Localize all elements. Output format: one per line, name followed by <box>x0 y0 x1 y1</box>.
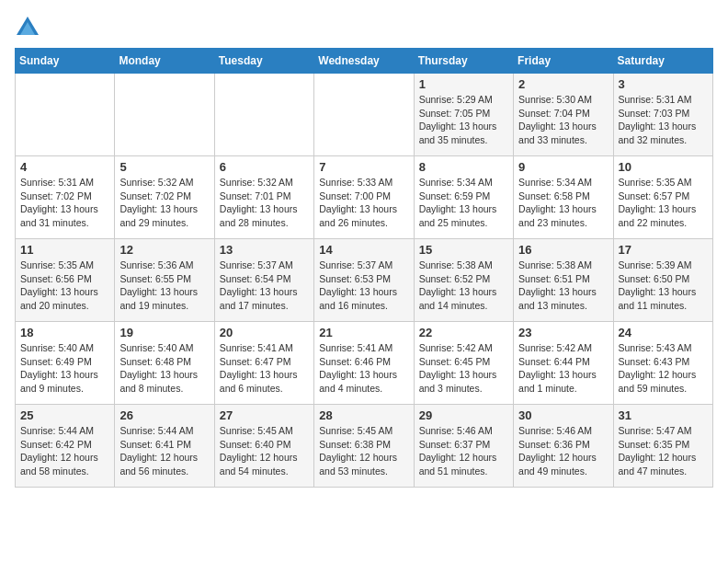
calendar-cell: 14Sunrise: 5:37 AM Sunset: 6:53 PM Dayli… <box>314 239 414 322</box>
day-info: Sunrise: 5:35 AM Sunset: 6:57 PM Dayligh… <box>619 176 708 230</box>
logo-icon <box>15 15 40 40</box>
day-info: Sunrise: 5:30 AM Sunset: 7:04 PM Dayligh… <box>518 93 608 147</box>
day-info: Sunrise: 5:46 AM Sunset: 6:37 PM Dayligh… <box>419 424 508 478</box>
calendar-cell: 24Sunrise: 5:43 AM Sunset: 6:43 PM Dayli… <box>613 322 712 405</box>
day-info: Sunrise: 5:31 AM Sunset: 7:03 PM Dayligh… <box>619 93 708 147</box>
day-info: Sunrise: 5:40 AM Sunset: 6:49 PM Dayligh… <box>20 341 109 396</box>
weekday-header-tuesday: Tuesday <box>214 49 313 74</box>
calendar-cell: 26Sunrise: 5:44 AM Sunset: 6:41 PM Dayli… <box>115 405 214 488</box>
day-number: 21 <box>319 326 408 339</box>
day-number: 17 <box>619 243 708 257</box>
calendar-cell: 22Sunrise: 5:42 AM Sunset: 6:45 PM Dayli… <box>414 322 513 405</box>
day-number: 20 <box>220 326 309 339</box>
calendar-cell: 30Sunrise: 5:46 AM Sunset: 6:36 PM Dayli… <box>514 405 613 488</box>
calendar-cell: 21Sunrise: 5:41 AM Sunset: 6:46 PM Dayli… <box>314 322 414 405</box>
calendar-cell: 9Sunrise: 5:34 AM Sunset: 6:58 PM Daylig… <box>514 156 613 239</box>
day-number: 24 <box>619 326 708 339</box>
day-info: Sunrise: 5:34 AM Sunset: 6:58 PM Dayligh… <box>518 176 608 230</box>
day-number: 1 <box>419 77 508 91</box>
day-number: 23 <box>518 326 608 339</box>
weekday-header-sunday: Sunday <box>16 49 115 74</box>
day-number: 27 <box>220 408 309 422</box>
day-info: Sunrise: 5:39 AM Sunset: 6:50 PM Dayligh… <box>619 259 708 313</box>
day-info: Sunrise: 5:33 AM Sunset: 7:00 PM Dayligh… <box>319 176 408 230</box>
day-number: 14 <box>319 243 408 257</box>
day-number: 25 <box>20 408 109 422</box>
day-info: Sunrise: 5:42 AM Sunset: 6:44 PM Dayligh… <box>518 341 608 396</box>
calendar-cell: 6Sunrise: 5:32 AM Sunset: 7:01 PM Daylig… <box>214 156 313 239</box>
day-number: 19 <box>119 326 209 339</box>
calendar-cell: 18Sunrise: 5:40 AM Sunset: 6:49 PM Dayli… <box>16 322 115 405</box>
calendar-cell: 29Sunrise: 5:46 AM Sunset: 6:37 PM Dayli… <box>414 405 513 488</box>
day-number: 11 <box>20 243 109 257</box>
day-number: 4 <box>20 160 109 174</box>
day-info: Sunrise: 5:45 AM Sunset: 6:38 PM Dayligh… <box>319 424 408 478</box>
day-number: 2 <box>518 77 608 91</box>
calendar-week-3: 11Sunrise: 5:35 AM Sunset: 6:56 PM Dayli… <box>16 239 713 322</box>
calendar-cell: 31Sunrise: 5:47 AM Sunset: 6:35 PM Dayli… <box>613 405 712 488</box>
calendar-cell: 20Sunrise: 5:41 AM Sunset: 6:47 PM Dayli… <box>214 322 313 405</box>
day-info: Sunrise: 5:45 AM Sunset: 6:40 PM Dayligh… <box>220 424 309 478</box>
day-number: 7 <box>319 160 408 174</box>
calendar-cell: 8Sunrise: 5:34 AM Sunset: 6:59 PM Daylig… <box>414 156 513 239</box>
day-info: Sunrise: 5:44 AM Sunset: 6:41 PM Dayligh… <box>119 424 209 478</box>
calendar-week-1: 1Sunrise: 5:29 AM Sunset: 7:05 PM Daylig… <box>16 74 713 156</box>
day-number: 30 <box>518 408 608 422</box>
day-info: Sunrise: 5:36 AM Sunset: 6:55 PM Dayligh… <box>119 259 209 313</box>
calendar-cell <box>314 74 414 156</box>
calendar-week-2: 4Sunrise: 5:31 AM Sunset: 7:02 PM Daylig… <box>16 156 713 239</box>
calendar-cell: 25Sunrise: 5:44 AM Sunset: 6:42 PM Dayli… <box>16 405 115 488</box>
calendar-cell: 23Sunrise: 5:42 AM Sunset: 6:44 PM Dayli… <box>514 322 613 405</box>
day-info: Sunrise: 5:44 AM Sunset: 6:42 PM Dayligh… <box>20 424 109 478</box>
weekday-header-saturday: Saturday <box>613 49 712 74</box>
day-number: 31 <box>619 408 708 422</box>
calendar-cell: 13Sunrise: 5:37 AM Sunset: 6:54 PM Dayli… <box>214 239 313 322</box>
calendar-table: SundayMondayTuesdayWednesdayThursdayFrid… <box>15 48 713 488</box>
weekday-header-monday: Monday <box>115 49 214 74</box>
day-info: Sunrise: 5:31 AM Sunset: 7:02 PM Dayligh… <box>20 176 109 230</box>
day-info: Sunrise: 5:46 AM Sunset: 6:36 PM Dayligh… <box>518 424 608 478</box>
day-number: 5 <box>119 160 209 174</box>
day-info: Sunrise: 5:41 AM Sunset: 6:47 PM Dayligh… <box>220 341 309 396</box>
day-info: Sunrise: 5:29 AM Sunset: 7:05 PM Dayligh… <box>419 93 508 147</box>
calendar-cell: 2Sunrise: 5:30 AM Sunset: 7:04 PM Daylig… <box>514 74 613 156</box>
calendar-cell: 15Sunrise: 5:38 AM Sunset: 6:52 PM Dayli… <box>414 239 513 322</box>
day-number: 13 <box>220 243 309 257</box>
day-number: 26 <box>119 408 209 422</box>
calendar-week-5: 25Sunrise: 5:44 AM Sunset: 6:42 PM Dayli… <box>16 405 713 488</box>
page-header <box>15 15 713 40</box>
day-number: 15 <box>419 243 508 257</box>
calendar-cell: 7Sunrise: 5:33 AM Sunset: 7:00 PM Daylig… <box>314 156 414 239</box>
calendar-week-4: 18Sunrise: 5:40 AM Sunset: 6:49 PM Dayli… <box>16 322 713 405</box>
day-info: Sunrise: 5:41 AM Sunset: 6:46 PM Dayligh… <box>319 341 408 396</box>
day-number: 22 <box>419 326 508 339</box>
calendar-cell: 12Sunrise: 5:36 AM Sunset: 6:55 PM Dayli… <box>115 239 214 322</box>
calendar-cell <box>214 74 313 156</box>
day-info: Sunrise: 5:32 AM Sunset: 7:02 PM Dayligh… <box>119 176 209 230</box>
calendar-cell: 10Sunrise: 5:35 AM Sunset: 6:57 PM Dayli… <box>613 156 712 239</box>
day-info: Sunrise: 5:38 AM Sunset: 6:51 PM Dayligh… <box>518 259 608 313</box>
calendar-cell: 19Sunrise: 5:40 AM Sunset: 6:48 PM Dayli… <box>115 322 214 405</box>
day-number: 12 <box>119 243 209 257</box>
day-number: 29 <box>419 408 508 422</box>
weekday-header-wednesday: Wednesday <box>314 49 414 74</box>
day-info: Sunrise: 5:40 AM Sunset: 6:48 PM Dayligh… <box>119 341 209 396</box>
day-number: 8 <box>419 160 508 174</box>
day-info: Sunrise: 5:37 AM Sunset: 6:54 PM Dayligh… <box>220 259 309 313</box>
day-info: Sunrise: 5:37 AM Sunset: 6:53 PM Dayligh… <box>319 259 408 313</box>
logo <box>15 15 44 40</box>
calendar-cell: 27Sunrise: 5:45 AM Sunset: 6:40 PM Dayli… <box>214 405 313 488</box>
day-info: Sunrise: 5:32 AM Sunset: 7:01 PM Dayligh… <box>220 176 309 230</box>
day-number: 28 <box>319 408 408 422</box>
calendar-header: SundayMondayTuesdayWednesdayThursdayFrid… <box>16 49 713 74</box>
calendar-cell: 1Sunrise: 5:29 AM Sunset: 7:05 PM Daylig… <box>414 74 513 156</box>
weekday-header-friday: Friday <box>514 49 613 74</box>
day-number: 3 <box>619 77 708 91</box>
calendar-cell: 5Sunrise: 5:32 AM Sunset: 7:02 PM Daylig… <box>115 156 214 239</box>
day-info: Sunrise: 5:47 AM Sunset: 6:35 PM Dayligh… <box>619 424 708 478</box>
calendar-cell: 17Sunrise: 5:39 AM Sunset: 6:50 PM Dayli… <box>613 239 712 322</box>
weekday-header-thursday: Thursday <box>414 49 513 74</box>
day-info: Sunrise: 5:42 AM Sunset: 6:45 PM Dayligh… <box>419 341 508 396</box>
day-info: Sunrise: 5:38 AM Sunset: 6:52 PM Dayligh… <box>419 259 508 313</box>
day-number: 6 <box>220 160 309 174</box>
